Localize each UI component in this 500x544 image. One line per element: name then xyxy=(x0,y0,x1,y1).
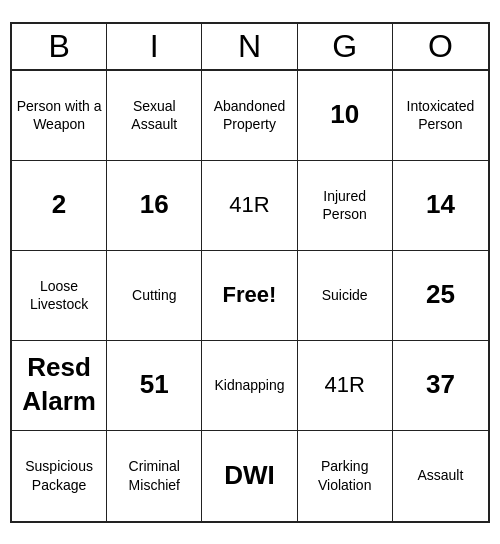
header-letter: O xyxy=(393,24,488,69)
bingo-cell: 41R xyxy=(202,161,297,251)
bingo-header: BINGO xyxy=(12,24,488,71)
bingo-cell: 14 xyxy=(393,161,488,251)
bingo-cell: Person with a Weapon xyxy=(12,71,107,161)
bingo-cell: Resd Alarm xyxy=(12,341,107,431)
bingo-cell: 16 xyxy=(107,161,202,251)
bingo-cell: Intoxicated Person xyxy=(393,71,488,161)
header-letter: B xyxy=(12,24,107,69)
bingo-cell: Cutting xyxy=(107,251,202,341)
bingo-cell: 37 xyxy=(393,341,488,431)
header-letter: G xyxy=(298,24,393,69)
bingo-cell: Loose Livestock xyxy=(12,251,107,341)
bingo-cell: 51 xyxy=(107,341,202,431)
bingo-cell: 41R xyxy=(298,341,393,431)
bingo-cell: Criminal Mischief xyxy=(107,431,202,521)
bingo-cell: Free! xyxy=(202,251,297,341)
bingo-cell: Suspicious Package xyxy=(12,431,107,521)
header-letter: N xyxy=(202,24,297,69)
bingo-cell: Parking Violation xyxy=(298,431,393,521)
bingo-cell: Sexual Assault xyxy=(107,71,202,161)
bingo-cell: Suicide xyxy=(298,251,393,341)
bingo-card: BINGO Person with a WeaponSexual Assault… xyxy=(10,22,490,523)
bingo-grid: Person with a WeaponSexual AssaultAbando… xyxy=(12,71,488,521)
bingo-cell: Injured Person xyxy=(298,161,393,251)
bingo-cell: 25 xyxy=(393,251,488,341)
bingo-cell: Kidnapping xyxy=(202,341,297,431)
header-letter: I xyxy=(107,24,202,69)
bingo-cell: Assault xyxy=(393,431,488,521)
bingo-cell: 2 xyxy=(12,161,107,251)
bingo-cell: Abandoned Property xyxy=(202,71,297,161)
bingo-cell: DWI xyxy=(202,431,297,521)
bingo-cell: 10 xyxy=(298,71,393,161)
